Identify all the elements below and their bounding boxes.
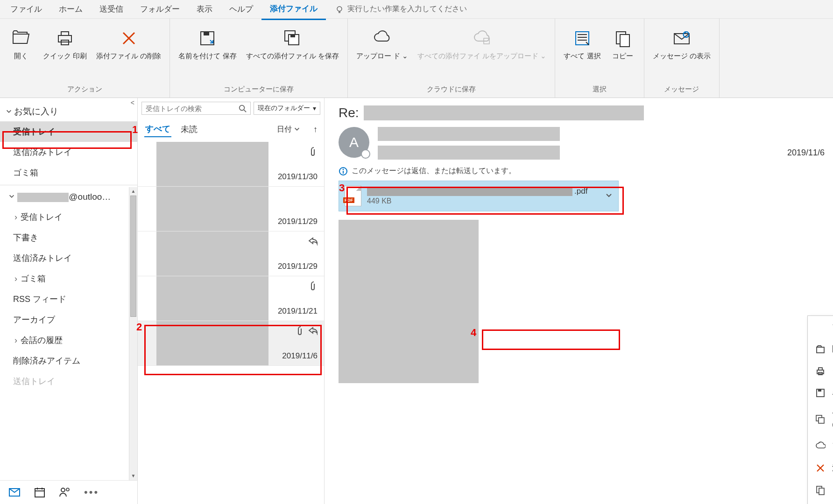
ribbon-group-label: メッセージ <box>649 83 714 96</box>
message-item[interactable]: 2019/11/29 <box>138 187 324 231</box>
calendar-nav-icon[interactable] <box>34 486 46 498</box>
sort-direction-button[interactable]: ↑ <box>313 125 318 134</box>
context-menu-item[interactable]: 開く(O) <box>808 338 833 360</box>
select-all-icon <box>572 28 593 49</box>
show-message-button[interactable]: メッセージ の表示 <box>649 26 714 63</box>
chevron-down-icon <box>8 193 15 200</box>
context-menu-item[interactable]: すべて選択(L) <box>808 501 833 504</box>
save-all-icon <box>282 28 303 49</box>
message-item[interactable]: 2019/11/29 <box>138 231 324 276</box>
folder-deleted[interactable]: 削除済みアイテム <box>0 350 137 371</box>
info-text: このメッセージは返信、または転送しています。 <box>352 166 516 176</box>
filter-tab-all[interactable]: すべて <box>144 121 171 137</box>
printer-icon <box>55 28 75 49</box>
message-item[interactable]: 2019/11/21 <box>138 276 324 321</box>
message-date: 2019/11/6 <box>787 148 825 160</box>
context-menu-item[interactable]: アップロード(U)〉 <box>808 435 833 457</box>
x-icon <box>119 28 139 49</box>
message-item[interactable]: 2019/11/30 <box>138 142 324 187</box>
open-icon <box>815 344 826 354</box>
folder-conversation-history[interactable]: ›会話の履歴 <box>0 330 137 350</box>
attachment-name-redacted <box>367 187 572 196</box>
tab-folder[interactable]: フォルダー <box>132 0 188 19</box>
scroll-up-icon[interactable]: ▲ <box>129 187 137 196</box>
folder-outbox[interactable]: 送信トレイ <box>0 371 137 392</box>
ribbon-group-message: メッセージ の表示 メッセージ <box>644 19 720 98</box>
copy-button[interactable]: コピー <box>607 26 639 63</box>
message-preview-redacted <box>156 276 268 321</box>
remove-attachment-button[interactable]: 添付ファイル の削除 <box>92 26 165 63</box>
quick-print-button[interactable]: クイック 印刷 <box>39 26 91 63</box>
context-menu-item[interactable]: プレビュー(P) <box>808 316 833 338</box>
chevron-down-icon: ▾ <box>313 105 316 112</box>
more-nav-icon[interactable]: ••• <box>84 486 99 498</box>
saveas-icon <box>815 388 826 398</box>
sender-info-redacted <box>378 127 560 160</box>
cloud-icon <box>372 28 392 49</box>
filter-tab-unread[interactable]: 未読 <box>180 122 198 137</box>
select-all-button[interactable]: すべて 選択 <box>560 26 604 63</box>
context-menu-item[interactable]: 名前を付けて保存(S) <box>808 382 833 404</box>
upload-button[interactable]: アップロー ド ⌄ <box>353 26 412 63</box>
folder-trash[interactable]: ゴミ箱 <box>0 162 137 183</box>
avatar[interactable]: A <box>339 127 369 158</box>
tab-home[interactable]: ホーム <box>50 0 91 19</box>
folder-sent-acct[interactable]: 送信済みトレイ <box>0 248 137 268</box>
message-date: 2019/11/21 <box>278 307 318 316</box>
tell-me-search[interactable]: 実行したい作業を入力してください <box>335 4 467 14</box>
people-nav-icon[interactable] <box>59 486 71 498</box>
ribbon-group-selection: すべて 選択 コピー 選択 <box>555 19 644 98</box>
cloud-disabled-icon <box>472 28 492 49</box>
message-date: 2019/11/6 <box>282 351 318 361</box>
folder-drafts[interactable]: 下書き <box>0 227 137 248</box>
upload-all-button: すべての添付ファイ ルをアップロード ⌄ <box>414 26 550 63</box>
ribbon-group-actions: 開く クイック 印刷 添付ファイル の削除 アクション <box>0 19 170 98</box>
chevron-down-icon <box>605 192 613 199</box>
attachment-dropdown[interactable] <box>605 192 613 201</box>
copy-icon <box>613 28 633 49</box>
tab-view[interactable]: 表示 <box>188 0 221 19</box>
show-message-icon <box>671 28 692 49</box>
bulb-icon <box>335 5 344 14</box>
chevron-down-icon <box>294 126 300 133</box>
save-as-button[interactable]: 名前を付けて 保存 <box>175 26 240 63</box>
save-as-icon <box>197 28 218 49</box>
message-item[interactable]: 2019/11/6 <box>138 321 324 366</box>
scroll-down-icon[interactable]: ▼ <box>129 472 137 480</box>
ribbon-group-label: 選択 <box>560 83 639 96</box>
sort-by-dropdown[interactable]: 日付 <box>277 125 300 134</box>
folder-archive[interactable]: アーカイブ <box>0 309 137 330</box>
search-input[interactable] <box>141 102 251 115</box>
tab-help[interactable]: ヘルプ <box>221 0 261 19</box>
ribbon: 開く クイック 印刷 添付ファイル の削除 アクション 名前を付けて 保存 すべ… <box>0 19 833 98</box>
tab-sendreceive[interactable]: 送受信 <box>91 0 132 19</box>
search-icon[interactable] <box>238 104 247 112</box>
folder-sent[interactable]: 送信済みトレイ <box>0 142 137 162</box>
scroll-thumb[interactable] <box>130 196 136 317</box>
tab-attachments[interactable]: 添付ファイル <box>261 0 326 20</box>
account-header[interactable]: @outloo… <box>0 187 137 207</box>
attachment-icon <box>294 325 304 335</box>
message-date: 2019/11/29 <box>278 217 318 226</box>
folder-tree: @outloo… ›受信トレイ 下書き 送信済みトレイ ›ゴミ箱 RSS フィー… <box>0 187 137 480</box>
folder-rss[interactable]: RSS フィード <box>0 289 137 309</box>
folder-scrollbar[interactable]: ▲ ▼ <box>129 187 137 480</box>
context-menu-item[interactable]: すべての添付ファイルを保存(N)… <box>808 404 833 435</box>
folder-inbox[interactable]: 受信トレイ <box>0 121 137 142</box>
attachment-ext: .pdf <box>574 187 587 196</box>
collapse-folder-pane[interactable]: < <box>131 99 134 106</box>
save-all-button[interactable]: すべての添付ファイル を保存 <box>242 26 343 63</box>
folder-inbox-acct[interactable]: ›受信トレイ <box>0 207 137 227</box>
mail-nav-icon[interactable] <box>8 486 21 498</box>
open-button[interactable]: 開く <box>5 26 37 63</box>
attachment-item[interactable]: PDF .pdf 449 KB <box>339 181 619 211</box>
context-menu-item[interactable]: 添付ファイルの削除(V) <box>808 457 833 479</box>
ribbon-group-label: コンピューターに保存 <box>175 83 342 96</box>
folder-trash-acct[interactable]: ›ゴミ箱 <box>0 268 137 289</box>
context-menu-item[interactable]: クイック印刷(R) <box>808 360 833 382</box>
context-menu-item[interactable]: コピー(C) <box>808 479 833 501</box>
favorites-header[interactable]: お気に入り <box>0 102 137 121</box>
tab-file[interactable]: ファイル <box>2 0 50 19</box>
copy-icon <box>815 485 826 495</box>
search-scope-dropdown[interactable]: 現在のフォルダー ▾ <box>254 102 320 115</box>
